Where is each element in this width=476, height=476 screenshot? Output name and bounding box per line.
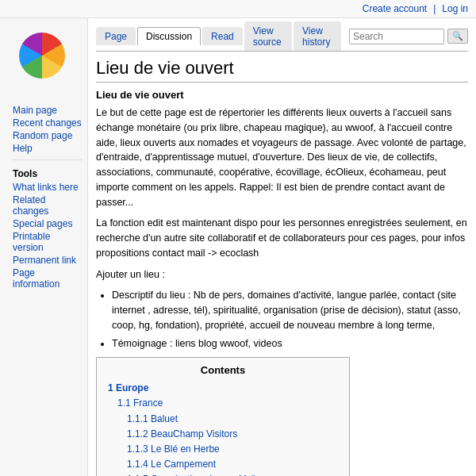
intro-bullets: Descriptif du lieu : Nb de pers, domaine… [112,288,468,351]
main-content: Page Discussion Read View source View hi… [87,18,476,476]
toc-title: Contents [108,364,338,376]
table-of-contents: Contents 1 Europe 1.1 France 1.1.1 Balue… [96,357,350,476]
nav-link-main-page[interactable]: Main page [13,104,83,117]
toc-link-europe[interactable]: 1 Europe [108,381,338,396]
nav-divider [13,159,83,160]
search-input[interactable] [349,29,444,44]
nav-link-related-changes[interactable]: Related changes [13,194,83,217]
layout: Main page Recent changes Random page Hel… [0,18,476,476]
sidebar-logo [6,25,78,98]
bullet-2: Témoignage : liens blog wwoof, videos [112,336,468,351]
intro-paragraph-1: Le but de cette page est de répertorier … [96,106,468,209]
toc-link-baluet[interactable]: 1.1.1 Baluet [127,412,338,427]
tab-discussion[interactable]: Discussion [137,27,201,45]
nav-link-permanent[interactable]: Permanent link [13,254,83,267]
toc-link-beauchamp[interactable]: 1.1.2 BeauChamp Visitors [127,427,338,442]
nav-link-help[interactable]: Help [13,142,83,155]
topbar: Create account | Log in [0,0,476,18]
logo-icon [19,33,65,79]
nav-link-what-links-here[interactable]: What links here [13,181,83,194]
tab-page[interactable]: Page [96,27,136,45]
toc-link-ble[interactable]: 1.1.3 Le Blé en Herbe [127,442,338,457]
nav-link-random-page[interactable]: Random page [13,129,83,142]
bullet-1: Descriptif du lieu : Nb de pers, domaine… [112,288,468,332]
toc-link-france[interactable]: 1.1 France [117,396,338,411]
log-in-link[interactable]: Log in [442,3,468,14]
tabs-bar: Page Discussion Read View source View hi… [96,18,468,52]
nav-link-printable[interactable]: Printable version [13,230,83,254]
tab-view-source[interactable]: View source [244,21,292,51]
toc-link-campement[interactable]: 1.1.4 Le Campement [127,457,338,472]
intro-paragraph-2: La fonction edit est maintenant dispo po… [96,216,468,260]
search-button[interactable]: 🔍 [447,29,468,44]
page-title: Lieu de vie ouvert [96,58,468,83]
tab-read[interactable]: Read [202,27,243,45]
add-link-label: Ajouter un lieu : [96,267,468,282]
search-bar: 🔍 [349,29,468,44]
nav-link-page-info[interactable]: Page information [13,267,83,290]
tab-view-history[interactable]: View history [294,21,341,51]
tools-section-title: Tools [13,168,83,179]
article-subtitle: Lieu de vie ouvert [96,89,468,101]
left-nav: Main page Recent changes Random page Hel… [6,104,86,290]
nav-link-recent-changes[interactable]: Recent changes [13,117,83,129]
nav-link-special-pages[interactable]: Special pages [13,217,83,230]
toc-link-cooperatives[interactable]: 1.1.5 Coopératives Longo Maï [127,472,338,476]
create-account-link[interactable]: Create account [363,3,427,14]
